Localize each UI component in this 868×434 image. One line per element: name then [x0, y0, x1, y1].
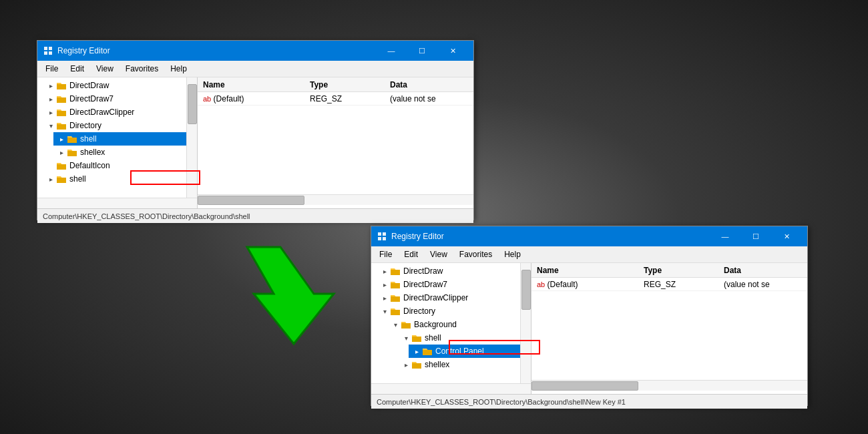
detail-scrollbar-h-1[interactable] — [198, 194, 473, 205]
tree-item-shell[interactable]: shell — [53, 132, 197, 146]
tree-label2-background: Background — [414, 320, 457, 329]
folder-icon2-directdrawclipper — [390, 293, 401, 302]
tree-item-directdraw7[interactable]: DirectDraw7 — [43, 92, 197, 105]
detail-name-default-2: ab (Default) — [531, 280, 638, 289]
chevron2-directdrawclipper — [379, 292, 390, 303]
tree-label2-directdraw7: DirectDraw7 — [403, 280, 447, 289]
tree-scrollbar-h-1[interactable] — [37, 198, 197, 208]
tree-label-directdraw: DirectDraw — [69, 81, 109, 90]
menu-favorites-1[interactable]: Favorites — [120, 62, 164, 75]
svg-rect-5 — [378, 232, 381, 236]
tree-label2-directdrawclipper: DirectDrawClipper — [403, 293, 468, 302]
menu-favorites-2[interactable]: Favorites — [454, 248, 497, 261]
chevron2-background — [390, 319, 401, 330]
chevron2-directdraw — [379, 266, 390, 276]
chevron-directdraw — [45, 80, 56, 91]
registry-editor-window-1[interactable]: Registry Editor — ☐ ✕ File Edit View Fav… — [37, 40, 474, 220]
folder-icon2-directdraw7 — [390, 280, 401, 289]
minimize-button-1[interactable]: — — [376, 41, 407, 61]
tree-item2-shell[interactable]: shell — [398, 331, 531, 345]
tree-label2-shell: shell — [425, 333, 441, 343]
detail-scrollbar-h-2[interactable] — [531, 380, 807, 391]
window-title-2: Registry Editor — [391, 232, 710, 241]
tree-item2-directdrawclipper[interactable]: DirectDrawClipper — [377, 291, 531, 304]
chevron-directdrawclipper — [45, 107, 56, 118]
minimize-button-2[interactable]: — — [710, 226, 740, 246]
maximize-button-2[interactable]: ☐ — [740, 226, 771, 246]
chevron2-directory — [379, 306, 390, 316]
tree-item2-directdraw[interactable]: DirectDraw — [377, 264, 531, 278]
tree-item-directdraw[interactable]: DirectDraw — [43, 79, 197, 92]
folder-icon2-background — [401, 320, 411, 329]
detail-pane-1: Name Type Data ab (Default) REG_SZ (valu… — [198, 77, 473, 208]
detail-pane-2: Name Type Data ab (Default) REG_SZ (valu… — [531, 263, 807, 394]
maximize-button-1[interactable]: ☐ — [407, 41, 437, 61]
tree-item2-controlpanel[interactable]: Control Panel — [409, 345, 531, 358]
menu-file-1[interactable]: File — [40, 62, 63, 75]
folder-icon2-shell — [411, 333, 422, 343]
col-header-data-2: Data — [718, 266, 807, 275]
detail-name-default-1: ab (Default) — [198, 94, 304, 103]
menu-view-2[interactable]: View — [425, 248, 453, 261]
detail-row-default-1[interactable]: ab (Default) REG_SZ (value not se — [198, 92, 473, 105]
col-header-type-2: Type — [638, 266, 718, 275]
detail-scrollbar-thumb-1[interactable] — [198, 196, 304, 205]
tree-item-defaulticon[interactable]: DefaultIcon — [43, 159, 197, 172]
menu-file-2[interactable]: File — [374, 248, 397, 261]
chevron-shell — [56, 134, 67, 144]
menu-edit-1[interactable]: Edit — [65, 62, 89, 75]
arrow-svg — [220, 234, 367, 347]
folder-icon-shell2 — [56, 174, 67, 184]
folder-icon-defaulticon — [56, 161, 67, 170]
window-controls-2[interactable]: — ☐ ✕ — [710, 226, 802, 246]
status-bar-2: Computer\HKEY_CLASSES_ROOT\Directory\Bac… — [371, 394, 807, 409]
tree-item-directory[interactable]: Directory — [43, 119, 197, 132]
menu-help-2[interactable]: Help — [499, 248, 526, 261]
tree-item2-directdraw7[interactable]: DirectDraw7 — [377, 278, 531, 291]
title-bar-2: Registry Editor — ☐ ✕ — [371, 226, 807, 246]
col-header-name-2: Name — [531, 266, 638, 275]
tree-label2-directdraw: DirectDraw — [403, 266, 443, 276]
tree-item2-shellex[interactable]: shellex — [398, 358, 531, 371]
menu-view-1[interactable]: View — [91, 62, 119, 75]
scrollbar-thumb-2[interactable] — [521, 270, 531, 310]
detail-scrollbar-thumb-2[interactable] — [531, 381, 638, 391]
chevron2-shellex — [401, 359, 411, 370]
tree-item2-directory[interactable]: Directory — [377, 304, 531, 318]
tree-item-shellex[interactable]: shellex — [53, 146, 197, 159]
tree-scrollbar-h-2[interactable] — [371, 383, 531, 394]
tree-pane-2[interactable]: DirectDraw DirectDraw7 DirectDrawC — [371, 263, 531, 394]
menu-bar-1: File Edit View Favorites Help — [37, 61, 473, 77]
menu-bar-2: File Edit View Favorites Help — [371, 246, 807, 263]
close-button-2[interactable]: ✕ — [771, 226, 802, 246]
status-text-2: Computer\HKEY_CLASSES_ROOT\Directory\Bac… — [377, 398, 626, 406]
detail-row-default-2[interactable]: ab (Default) REG_SZ (value not se — [531, 278, 807, 291]
svg-rect-3 — [49, 51, 52, 55]
chevron-shellex — [56, 147, 67, 158]
tree-item2-background[interactable]: Background — [387, 318, 531, 331]
scrollbar-thumb-1[interactable] — [188, 84, 197, 124]
detail-data-default-2: (value not se — [718, 280, 807, 289]
folder-icon2-directory — [390, 306, 401, 316]
folder-icon-directdraw7 — [56, 94, 67, 103]
menu-edit-2[interactable]: Edit — [399, 248, 423, 261]
registry-editor-window-2[interactable]: Registry Editor — ☐ ✕ File Edit View Fav… — [371, 226, 808, 406]
chevron2-shell — [401, 333, 411, 343]
close-button-1[interactable]: ✕ — [437, 41, 468, 61]
tree-label-shellex: shellex — [80, 148, 105, 157]
detail-type-default-2: REG_SZ — [638, 280, 718, 289]
tree-item-shell2[interactable]: shell — [43, 172, 197, 186]
folder-icon-shellex — [67, 148, 77, 157]
menu-help-1[interactable]: Help — [165, 62, 192, 75]
window-body-1: DirectDraw DirectDraw7 DirectDrawC — [37, 77, 473, 208]
tree-scrollbar-v-2[interactable] — [520, 263, 531, 383]
status-bar-1: Computer\HKEY_CLASSES_ROOT\Directory\Bac… — [37, 208, 473, 223]
tree-label2-shellex: shellex — [425, 360, 449, 369]
tree-scrollbar-v-1[interactable] — [186, 77, 197, 198]
window-title-1: Registry Editor — [57, 46, 376, 55]
tree-pane-1[interactable]: DirectDraw DirectDraw7 DirectDrawC — [37, 77, 198, 208]
tree-label2-controlpanel: Control Panel — [435, 347, 484, 356]
tree-item-directdrawclipper[interactable]: DirectDrawClipper — [43, 105, 197, 119]
tree-label-directory: Directory — [69, 121, 101, 130]
window-controls-1[interactable]: — ☐ ✕ — [376, 41, 468, 61]
